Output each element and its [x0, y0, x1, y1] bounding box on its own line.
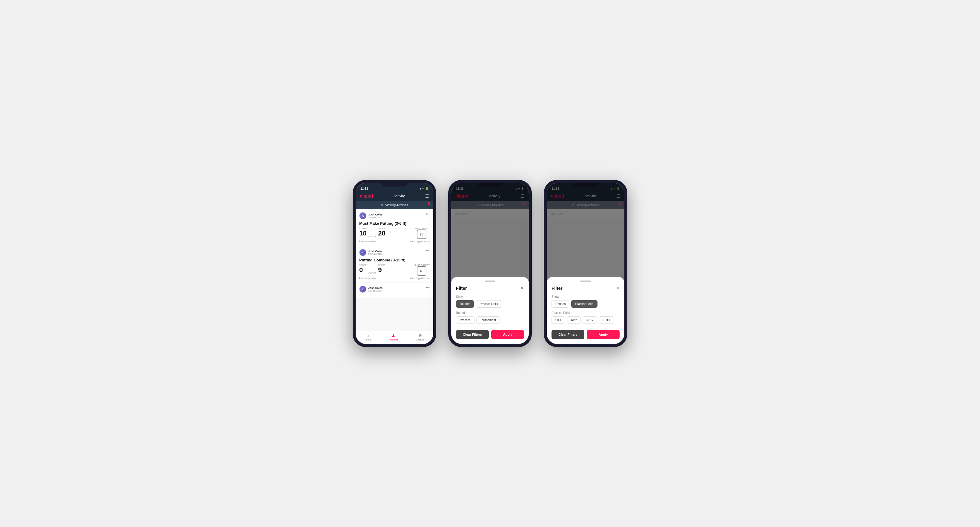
card-2-shots-group: Shots 9	[378, 264, 385, 274]
card-1-shots-label: Shots	[378, 227, 385, 230]
filter-title-2: Filter	[456, 286, 467, 290]
card-3-header: JC Josh Coles 28 Feb 2023 •••	[359, 286, 430, 293]
show-practice-btn-3[interactable]: Practice Drills	[571, 300, 597, 308]
card-2-score-value: 0	[359, 266, 367, 274]
apply-btn-2[interactable]: Apply	[491, 330, 524, 339]
phone-1: 11:33 ▲ ᯤ 🔋 clippd Activity ☰ ⚙ Viewing …	[353, 180, 436, 347]
sheet-handle-2	[485, 281, 495, 282]
nav-home-label: Home	[364, 338, 371, 341]
activities-icon: ♟	[391, 333, 395, 338]
app-header-1: clippd Activity ☰	[356, 192, 433, 201]
activity-feed: JC Josh Coles 28 Feb 2023 ••• Must Make …	[356, 209, 433, 331]
clear-filters-btn-2[interactable]: Clear Filters	[456, 330, 489, 339]
card-1-user-date: 28 Feb 2023	[368, 216, 382, 219]
phone-3-screen: 11:33 ▲ ᯤ 🔋 clippd Activity ☰ ⚙ Viewing …	[547, 183, 624, 344]
card-2-score-group: Score 0	[359, 264, 367, 274]
card-2-sq-badge: 45	[417, 266, 426, 276]
logo-1: clippd	[360, 194, 373, 199]
filter-close-3[interactable]: ✕	[616, 285, 620, 291]
show-rounds-btn-2[interactable]: Rounds	[456, 300, 474, 308]
card-2-user-info: JC Josh Coles 28 Feb 2023	[359, 249, 382, 256]
rounds-section-2: Rounds Practice Tournament	[456, 311, 524, 324]
filter-sheet-2: Filter ✕ Show Rounds Practice Drills Rou…	[451, 277, 529, 344]
card-1-score-group: Score 10	[359, 227, 367, 237]
card-2-user-details: Josh Coles 28 Feb 2023	[368, 250, 382, 256]
card-2-header: JC Josh Coles 28 Feb 2023 •••	[359, 249, 430, 256]
card-2-user-name: Josh Coles	[368, 250, 382, 253]
card-1-sq-label: Shot Quality	[414, 227, 430, 230]
card-1-more-dots[interactable]: •••	[426, 212, 430, 216]
card-1-data-source: Data: Clippd Capture	[410, 241, 430, 243]
show-buttons-3: Rounds Practice Drills	[552, 300, 620, 308]
card-2-sq-group: Shot Quality 45	[414, 264, 430, 276]
practice-buttons-3: OTT APP ARG PUTT	[552, 316, 620, 324]
card-3-user-date: 28 Feb 2023	[368, 289, 382, 292]
clear-filters-btn-3[interactable]: Clear Filters	[552, 330, 584, 339]
card-2-data-source: Data: Clippd Capture	[410, 277, 430, 279]
status-time-1: 11:33	[360, 187, 368, 190]
card-2-shots-label: Shots	[378, 264, 385, 266]
practice-drills-section-3: Practice Drills OTT APP ARG PUTT	[552, 311, 620, 324]
filter-overlay-2: Filter ✕ Show Rounds Practice Drills Rou…	[451, 183, 529, 344]
card-1-score-label: Score	[359, 227, 367, 230]
show-label-2: Show	[456, 295, 524, 298]
card-1-user-info: JC Josh Coles 28 Feb 2023	[359, 212, 382, 219]
rounds-label-2: Rounds	[456, 311, 524, 314]
sheet-header-2: Filter ✕	[456, 285, 524, 291]
filter-dot-1	[428, 202, 430, 205]
activity-card-2: JC Josh Coles 28 Feb 2023 ••• Putting Co…	[356, 246, 433, 282]
card-3-user-info: JC Josh Coles 28 Feb 2023	[359, 286, 382, 293]
hamburger-icon-1[interactable]: ☰	[425, 194, 429, 198]
card-3-avatar: JC	[359, 286, 366, 293]
show-practice-btn-2[interactable]: Practice Drills	[476, 300, 502, 308]
card-2-more-dots[interactable]: •••	[426, 249, 430, 253]
card-1-avatar: JC	[359, 212, 366, 219]
card-1-info: ℹ Test Information	[359, 240, 375, 243]
card-1-score-value: 10	[359, 230, 367, 237]
card-2-title: Putting Combine (3-15 ft)	[359, 258, 430, 262]
card-3-more-dots[interactable]: •••	[426, 286, 430, 290]
rounds-tournament-btn-2[interactable]: Tournament	[476, 316, 500, 324]
card-1-user-details: Josh Coles 28 Feb 2023	[368, 213, 382, 219]
status-icons-1: ▲ ᯤ 🔋	[420, 187, 428, 190]
apply-btn-3[interactable]: Apply	[587, 330, 620, 339]
show-buttons-2: Rounds Practice Drills	[456, 300, 524, 308]
filter-close-2[interactable]: ✕	[520, 285, 524, 291]
viewing-activities-text-1: Viewing Activities	[385, 203, 408, 207]
card-1-user-name: Josh Coles	[368, 213, 382, 216]
card-1-sq-group: Shot Quality 75	[414, 227, 430, 239]
notch	[381, 180, 408, 187]
card-2-out-of: OUT OF	[369, 272, 376, 274]
card-1-footer: ℹ Test Information Data: Clippd Capture	[359, 240, 430, 243]
nav-capture-label: Capture	[416, 338, 424, 341]
nav-capture[interactable]: ⊕ Capture	[416, 333, 424, 341]
show-section-2: Show Rounds Practice Drills	[456, 295, 524, 308]
putt-btn-3[interactable]: PUTT	[599, 316, 614, 324]
nav-home[interactable]: ⌂ Home	[364, 333, 371, 341]
viewing-bar-1[interactable]: ⚙ Viewing Activities	[356, 201, 433, 209]
sheet-handle-3	[580, 281, 591, 282]
card-1-shots-group: Shots 20	[378, 227, 385, 237]
card-2-avatar: JC	[359, 249, 366, 256]
filter-title-3: Filter	[552, 286, 563, 290]
card-1-header: JC Josh Coles 28 Feb 2023 •••	[359, 212, 430, 219]
activity-card-3: JC Josh Coles 28 Feb 2023 •••	[356, 283, 433, 297]
phones-container: 11:33 ▲ ᯤ 🔋 clippd Activity ☰ ⚙ Viewing …	[353, 180, 627, 347]
sheet-actions-2: Clear Filters Apply	[456, 330, 524, 339]
show-rounds-btn-3[interactable]: Rounds	[552, 300, 570, 308]
app-btn-3[interactable]: APP	[567, 316, 581, 324]
card-1-stats: Score 10 OUT OF Shots 20 Shot Quality 75	[359, 227, 430, 239]
ott-btn-3[interactable]: OTT	[552, 316, 565, 324]
filter-overlay-3: Filter ✕ Show Rounds Practice Drills Pra…	[547, 183, 624, 344]
card-3-user-details: Josh Coles 28 Feb 2023	[368, 286, 382, 292]
rounds-buttons-2: Practice Tournament	[456, 316, 524, 324]
card-2-shots-value: 9	[378, 266, 385, 274]
card-2-info: ℹ Test Information	[359, 277, 375, 279]
home-icon: ⌂	[366, 333, 369, 338]
capture-icon: ⊕	[418, 333, 422, 338]
filter-sheet-3: Filter ✕ Show Rounds Practice Drills Pra…	[547, 277, 624, 344]
rounds-practice-btn-2[interactable]: Practice	[456, 316, 474, 324]
card-1-out-of: OUT OF	[369, 235, 376, 238]
arg-btn-3[interactable]: ARG	[582, 316, 597, 324]
nav-activities[interactable]: ♟ Activities	[389, 333, 398, 341]
